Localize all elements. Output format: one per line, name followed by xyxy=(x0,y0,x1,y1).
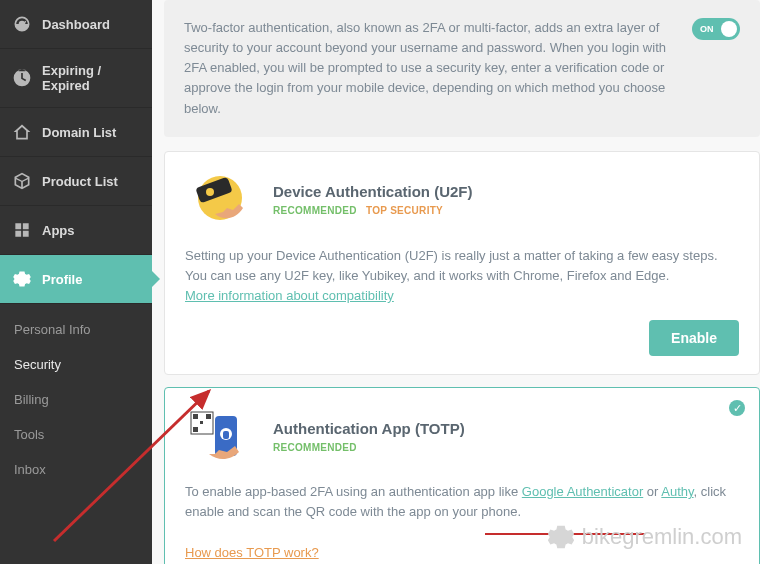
u2f-enable-button[interactable]: Enable xyxy=(649,320,739,356)
sidebar: Dashboard Expiring / Expired Domain List… xyxy=(0,0,152,564)
u2f-card: Device Authentication (U2F) RECOMMENDED … xyxy=(164,151,760,375)
subitem-billing[interactable]: Billing xyxy=(0,382,152,417)
cube-icon xyxy=(12,171,32,191)
intro-text: Two-factor authentication, also known as… xyxy=(184,18,680,119)
toggle-label: ON xyxy=(700,24,714,34)
sidebar-item-apps[interactable]: Apps xyxy=(0,206,152,255)
home-icon xyxy=(12,122,32,142)
totp-or: or xyxy=(643,484,661,499)
totp-body: To enable app-based 2FA using an authent… xyxy=(185,482,739,563)
sidebar-item-label: Domain List xyxy=(42,125,116,140)
u2f-illustration xyxy=(185,170,255,230)
authy-link[interactable]: Authy xyxy=(661,484,693,499)
toggle-knob xyxy=(721,21,737,37)
google-authenticator-link[interactable]: Google Authenticator xyxy=(522,484,643,499)
subitem-security[interactable]: Security xyxy=(0,347,152,382)
svg-rect-7 xyxy=(200,421,203,424)
subitem-tools[interactable]: Tools xyxy=(0,417,152,452)
main-content: Two-factor authentication, also known as… xyxy=(152,0,760,564)
check-icon: ✓ xyxy=(729,400,745,416)
sidebar-item-label: Product List xyxy=(42,174,118,189)
totp-card: ✓ Authentication xyxy=(164,387,760,564)
sidebar-item-label: Apps xyxy=(42,223,75,238)
svg-point-2 xyxy=(206,188,214,196)
profile-sub-items: Personal Info Security Billing Tools Inb… xyxy=(0,304,152,487)
u2f-compat-link[interactable]: More information about compatibility xyxy=(185,288,394,303)
sidebar-item-label: Profile xyxy=(42,272,82,287)
annotation-underline xyxy=(485,531,645,535)
u2f-title: Device Authentication (U2F) xyxy=(273,183,472,200)
totp-title: Authentication App (TOTP) xyxy=(273,420,465,437)
svg-rect-4 xyxy=(193,414,198,419)
svg-rect-6 xyxy=(193,427,198,432)
intro-box: Two-factor authentication, also known as… xyxy=(164,0,760,137)
totp-text: To enable app-based 2FA using an authent… xyxy=(185,484,522,499)
subitem-inbox[interactable]: Inbox xyxy=(0,452,152,487)
gear-icon xyxy=(12,269,32,289)
sidebar-item-label: Dashboard xyxy=(42,17,110,32)
sidebar-item-dashboard[interactable]: Dashboard xyxy=(0,0,152,49)
tag-recommended: RECOMMENDED xyxy=(273,442,357,453)
gauge-icon xyxy=(12,14,32,34)
two-fa-toggle[interactable]: ON xyxy=(692,18,740,40)
sidebar-item-profile[interactable]: Profile xyxy=(0,255,152,304)
sidebar-item-product-list[interactable]: Product List xyxy=(0,157,152,206)
tag-recommended: RECOMMENDED xyxy=(273,205,357,216)
clock-icon xyxy=(12,68,32,88)
sidebar-item-label: Expiring / Expired xyxy=(42,63,140,93)
u2f-body-text: Setting up your Device Authentication (U… xyxy=(185,248,718,283)
howto-totp-link[interactable]: How does TOTP work? xyxy=(185,545,319,560)
apps-icon xyxy=(12,220,32,240)
svg-rect-10 xyxy=(223,431,229,439)
tag-top-security: TOP SECURITY xyxy=(366,205,443,216)
u2f-body: Setting up your Device Authentication (U… xyxy=(185,246,739,306)
sidebar-item-domain-list[interactable]: Domain List xyxy=(0,108,152,157)
totp-illustration xyxy=(185,406,255,466)
svg-rect-5 xyxy=(206,414,211,419)
sidebar-item-expiring[interactable]: Expiring / Expired xyxy=(0,49,152,108)
subitem-personal-info[interactable]: Personal Info xyxy=(0,312,152,347)
